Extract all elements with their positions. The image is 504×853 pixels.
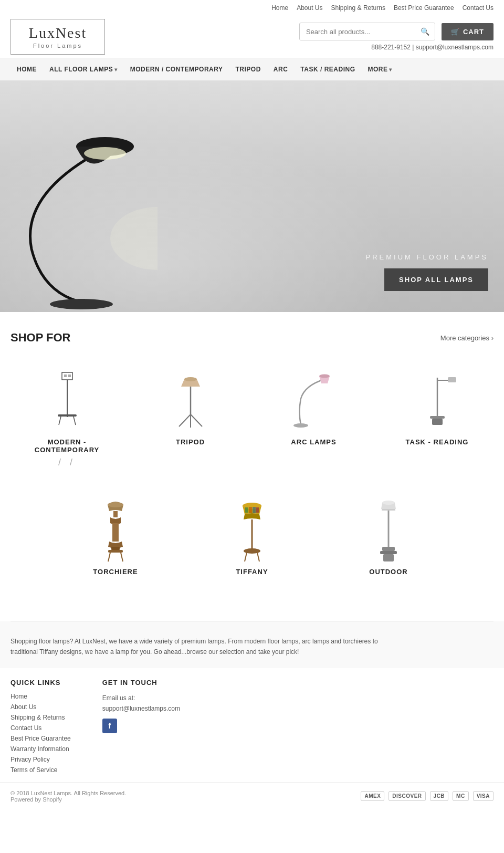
- nav-task-reading[interactable]: TASK / READING: [294, 58, 361, 80]
- main-nav: HOME ALL FLOOR LAMPS ▾ MODERN / CONTEMPO…: [0, 58, 504, 81]
- copyright-text: © 2018 LuxNest Lamps. All Rights Reserve…: [10, 790, 126, 796]
- hero-content: PREMIUM FLOOR LAMPS SHOP ALL LAMPS: [366, 253, 504, 312]
- svg-point-41: [382, 501, 395, 505]
- svg-rect-23: [432, 419, 443, 425]
- category-torchiere[interactable]: TORCHIERE: [52, 489, 178, 584]
- category-modern-deco: / /: [16, 457, 118, 468]
- footer-link-contact[interactable]: Contact Us: [10, 724, 71, 732]
- footer-link-home[interactable]: Home: [10, 693, 71, 700]
- nav-arc[interactable]: ARC: [267, 58, 295, 80]
- nav-tripod[interactable]: TRIPOD: [229, 58, 267, 80]
- svg-point-37: [244, 548, 260, 554]
- svg-rect-44: [380, 551, 397, 554]
- get-in-touch-title: GET IN TOUCH: [102, 679, 180, 686]
- svg-line-10: [59, 417, 61, 425]
- email-address[interactable]: support@luxnestlamps.com: [102, 703, 180, 714]
- nav-home[interactable]: HOME: [10, 58, 43, 80]
- nav-modern-contemporary[interactable]: MODERN / CONTEMPORARY: [124, 58, 229, 80]
- svg-rect-32: [245, 507, 248, 513]
- category-torchiere-img: [58, 494, 173, 563]
- topbar-best-price[interactable]: Best Price Guarantee: [394, 4, 454, 12]
- footer-link-best-price[interactable]: Best Price Guarantee: [10, 735, 71, 742]
- cart-icon: 🛒: [451, 28, 460, 36]
- topbar-about[interactable]: About Us: [297, 4, 322, 12]
- shop-for-title: SHOP FOR: [10, 331, 71, 345]
- payment-amex: AMEX: [361, 791, 384, 801]
- hero-section: PREMIUM FLOOR LAMPS SHOP ALL LAMPS: [0, 81, 504, 312]
- svg-point-4: [110, 207, 158, 270]
- categories-row-1: MODERN -CONTEMPORARY / / TRIPOD: [10, 359, 494, 473]
- category-tiffany-label: TIFFANY: [194, 568, 310, 576]
- footer-link-privacy[interactable]: Privacy Policy: [10, 756, 71, 763]
- svg-rect-35: [256, 507, 259, 513]
- payment-mc: MC: [453, 791, 469, 801]
- category-outdoor-img: [331, 494, 446, 563]
- category-modern-label: MODERN -CONTEMPORARY: [16, 438, 118, 454]
- search-input[interactable]: [300, 24, 415, 40]
- category-tripod-img: [139, 365, 242, 433]
- category-arc[interactable]: ARC LAMPS: [257, 359, 370, 473]
- category-task-reading[interactable]: TASK - READING: [381, 359, 494, 473]
- category-outdoor-label: OUTDOOR: [331, 568, 446, 576]
- bottom-bar: © 2018 LuxNest Lamps. All Rights Reserve…: [0, 782, 504, 810]
- svg-rect-25: [113, 511, 118, 517]
- nav-all-floor-lamps[interactable]: ALL FLOOR LAMPS ▾: [43, 58, 124, 80]
- svg-point-12: [184, 377, 197, 381]
- email-label: Email us at:: [102, 693, 180, 703]
- footer-link-terms[interactable]: Terms of Service: [10, 766, 71, 774]
- topbar-shipping[interactable]: Shipping & Returns: [331, 4, 385, 12]
- shop-all-lamps-button[interactable]: SHOP ALL LAMPS: [384, 268, 488, 291]
- shop-for-header: SHOP FOR More categories ›: [10, 331, 494, 345]
- shop-for-section: SHOP FOR More categories › MODERN -CONTE…: [0, 312, 504, 610]
- logo[interactable]: LuxNest Floor Lamps: [10, 19, 105, 55]
- svg-rect-26: [112, 523, 119, 542]
- category-tripod[interactable]: TRIPOD: [134, 359, 247, 473]
- header-right: 🔍 🛒 CART 888-221-9152 | support@luxnestl…: [299, 23, 494, 51]
- logo-name: LuxNest: [20, 25, 95, 41]
- svg-rect-33: [249, 507, 252, 513]
- bottom-left: © 2018 LuxNest Lamps. All Rights Reserve…: [10, 790, 126, 803]
- footer-link-about[interactable]: About Us: [10, 703, 71, 711]
- svg-rect-27: [111, 547, 120, 550]
- svg-point-17: [319, 375, 330, 378]
- svg-line-29: [108, 553, 110, 561]
- svg-rect-22: [430, 416, 445, 419]
- svg-line-38: [245, 553, 247, 561]
- nav-more[interactable]: MORE ▾: [361, 58, 398, 80]
- svg-rect-21: [448, 377, 456, 382]
- topbar-contact[interactable]: Contact Us: [463, 4, 494, 12]
- category-tripod-label: TRIPOD: [139, 438, 242, 446]
- svg-line-14: [179, 414, 191, 426]
- category-outdoor[interactable]: OUTDOOR: [326, 489, 452, 584]
- get-in-touch-col: GET IN TOUCH Email us at: support@luxnes…: [102, 679, 180, 777]
- search-button[interactable]: 🔍: [415, 23, 435, 40]
- more-categories-link[interactable]: More categories ›: [440, 334, 494, 342]
- contact-info: 888-221-9152 | support@luxnestlamps.com: [371, 44, 494, 51]
- category-torchiere-label: TORCHIERE: [58, 568, 173, 576]
- payment-icons: AMEX DISCOVER JCB MC VISA: [361, 791, 494, 801]
- logo-subtitle: Floor Lamps: [20, 43, 95, 49]
- svg-point-24: [108, 502, 123, 507]
- topbar-home[interactable]: Home: [271, 4, 288, 12]
- categories-row-2: TORCHIERE: [10, 489, 494, 584]
- footer-link-warranty[interactable]: Warranty Information: [10, 745, 71, 753]
- chevron-down-icon: ▾: [114, 67, 118, 72]
- svg-point-18: [293, 423, 308, 428]
- svg-rect-43: [382, 547, 395, 551]
- facebook-icon[interactable]: f: [102, 719, 117, 733]
- cart-button[interactable]: 🛒 CART: [442, 23, 494, 40]
- svg-rect-34: [253, 507, 256, 513]
- svg-rect-6: [64, 375, 67, 377]
- category-modern-contemporary[interactable]: MODERN -CONTEMPORARY / /: [10, 359, 123, 473]
- svg-point-1: [84, 147, 126, 160]
- svg-rect-45: [383, 554, 394, 561]
- footer-link-shipping[interactable]: Shipping & Returns: [10, 714, 71, 721]
- category-task-img: [386, 365, 488, 433]
- svg-line-11: [74, 417, 76, 425]
- category-tiffany[interactable]: TIFFANY: [189, 489, 315, 584]
- hero-tagline: PREMIUM FLOOR LAMPS: [366, 253, 488, 261]
- payment-discover: DISCOVER: [388, 791, 425, 801]
- quick-links-title: QUICK LINKS: [10, 679, 71, 686]
- svg-rect-9: [58, 414, 77, 417]
- header-top-row: 🔍 🛒 CART: [299, 23, 494, 40]
